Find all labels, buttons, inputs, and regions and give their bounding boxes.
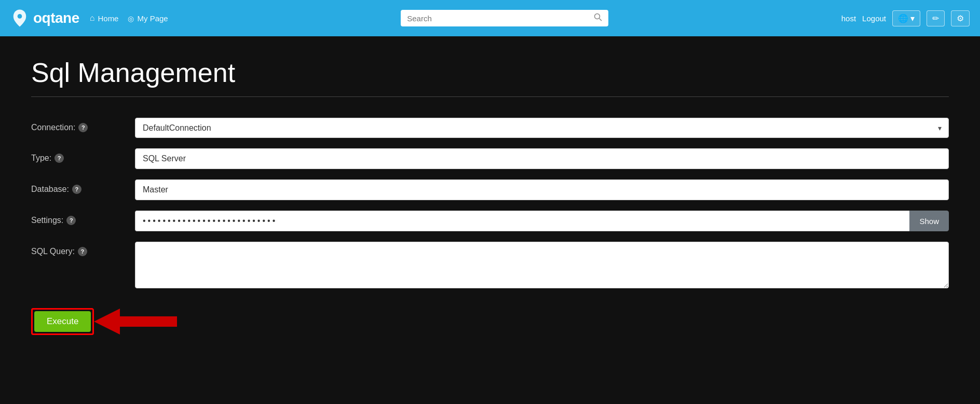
type-row: Type: ?: [31, 143, 949, 174]
globe-icon: [898, 13, 908, 23]
logout-button[interactable]: Logout: [862, 14, 886, 23]
gear-icon: [957, 13, 964, 23]
form-section: Connection: ? DefaultConnection ▾ Type: …: [31, 113, 949, 294]
nav-links: Home My Page: [90, 13, 168, 23]
settings-help-icon[interactable]: ?: [66, 216, 76, 225]
nav-mypage[interactable]: My Page: [128, 14, 168, 23]
mypage-label: My Page: [137, 14, 168, 23]
edit-button[interactable]: [927, 10, 945, 26]
execute-highlight-box: Execute: [31, 308, 94, 335]
execute-button[interactable]: Execute: [34, 311, 91, 332]
globe-chevron: ▾: [910, 13, 915, 23]
user-name: host: [841, 14, 856, 23]
svg-line-2: [600, 19, 602, 21]
nav-home[interactable]: Home: [90, 13, 119, 23]
database-help-icon[interactable]: ?: [72, 185, 81, 194]
database-input[interactable]: [135, 179, 949, 200]
settings-button[interactable]: [951, 10, 970, 26]
svg-point-1: [595, 14, 600, 19]
settings-row: Settings: ? Show: [31, 205, 949, 236]
execute-section: Execute: [31, 306, 949, 337]
globe-button[interactable]: ▾: [892, 10, 920, 26]
pencil-icon: [932, 13, 939, 23]
connection-help-icon[interactable]: ?: [78, 123, 88, 132]
navbar-right: host Logout ▾: [841, 10, 970, 26]
settings-input[interactable]: [135, 211, 909, 231]
database-row: Database: ?: [31, 174, 949, 205]
svg-point-0: [18, 14, 22, 19]
sql-query-row: SQL Query: ?: [31, 236, 949, 294]
settings-label: Settings: ?: [31, 211, 135, 225]
database-label: Database: ?: [31, 179, 135, 194]
arrow-annotation: [94, 306, 177, 337]
type-help-icon[interactable]: ?: [55, 154, 64, 163]
connection-select-wrapper: DefaultConnection ▾: [135, 118, 949, 138]
type-input[interactable]: [135, 148, 949, 169]
search-container: [179, 10, 831, 26]
circle-icon: [128, 14, 134, 23]
connection-select[interactable]: DefaultConnection: [135, 118, 949, 138]
search-icon: [594, 13, 602, 23]
brand-name: oqtane: [33, 10, 79, 26]
settings-input-group: Show: [135, 211, 949, 231]
show-button[interactable]: Show: [909, 211, 949, 231]
sql-query-help-icon[interactable]: ?: [78, 247, 87, 256]
type-label: Type: ?: [31, 148, 135, 163]
connection-row: Connection: ? DefaultConnection ▾: [31, 113, 949, 143]
home-label: Home: [98, 14, 118, 23]
search-input[interactable]: [407, 14, 590, 23]
sql-query-label: SQL Query: ?: [31, 242, 135, 256]
logo-icon: [10, 9, 29, 27]
brand-logo[interactable]: oqtane: [10, 9, 79, 27]
svg-marker-3: [94, 309, 177, 335]
arrow-icon: [94, 306, 177, 337]
navbar: oqtane Home My Page host Logout ▾: [0, 0, 980, 36]
page-title: Sql Management: [31, 57, 949, 97]
sql-query-textarea[interactable]: [135, 242, 949, 288]
home-icon: [90, 13, 95, 23]
connection-label: Connection: ?: [31, 118, 135, 132]
main-content: Sql Management Connection: ? DefaultConn…: [0, 36, 980, 404]
search-box: [401, 10, 608, 26]
